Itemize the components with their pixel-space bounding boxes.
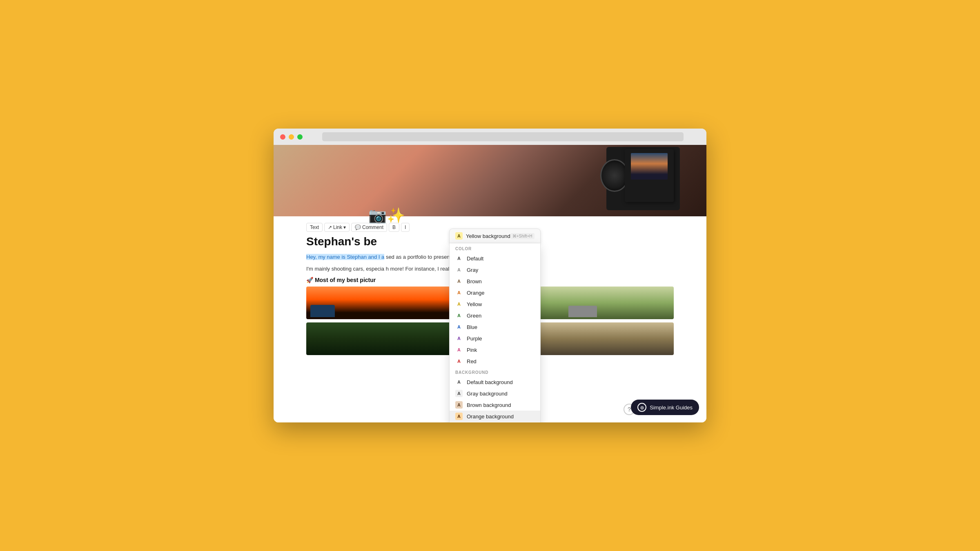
bg-letter-gray: A — [455, 390, 463, 397]
maximize-button[interactable] — [297, 134, 303, 140]
hero-banner — [274, 145, 706, 216]
highlighted-text: Hey, my name is Stephan and I a — [306, 254, 384, 260]
browser-titlebar — [274, 129, 706, 145]
color-label-gray: Gray — [467, 267, 478, 273]
dropdown-header-left: A Yellow background — [455, 232, 510, 240]
color-letter-gray: A — [455, 266, 463, 273]
browser-window: 📷✨ Text ↗ Link ▾ 💬 Comment B I Stephan's — [274, 129, 706, 422]
header-color-letter: A — [455, 232, 463, 240]
address-bar[interactable] — [322, 132, 684, 141]
color-pink[interactable]: A Pink — [450, 344, 540, 355]
dropdown-menu[interactable]: COLOR A Default A Gray A Brown A Orange — [449, 243, 541, 422]
color-purple[interactable]: A Purple — [450, 333, 540, 344]
color-picker-dropdown: A Yellow background ⌘+Shift+H COLOR A De… — [449, 229, 541, 422]
chevron-down-icon: ▾ — [343, 224, 346, 230]
color-blue[interactable]: A Blue — [450, 321, 540, 333]
color-yellow[interactable]: A Yellow — [450, 298, 540, 310]
color-orange[interactable]: A Orange — [450, 287, 540, 298]
color-letter-pink: A — [455, 346, 463, 353]
color-letter-default: A — [455, 255, 463, 262]
bg-label-brown: Brown background — [467, 402, 511, 408]
bg-gray[interactable]: A Gray background — [450, 388, 540, 399]
color-letter-orange: A — [455, 289, 463, 296]
simpleink-label: Simple.ink Guides — [650, 404, 693, 411]
camera-lens — [600, 159, 629, 192]
color-label-yellow: Yellow — [467, 301, 482, 307]
camera-screen — [631, 153, 668, 180]
italic-button[interactable]: I — [401, 223, 410, 232]
color-label-green: Green — [467, 313, 481, 319]
bg-yellow[interactable]: A Yellow background — [450, 422, 540, 422]
simpleink-icon: ◎ — [637, 403, 646, 412]
bold-button[interactable]: B — [389, 223, 399, 232]
color-green[interactable]: A Green — [450, 310, 540, 321]
color-label-purple: Purple — [467, 335, 482, 342]
color-label-blue: Blue — [467, 324, 477, 330]
dropdown-header: A Yellow background ⌘+Shift+H — [449, 229, 541, 243]
color-brown[interactable]: A Brown — [450, 276, 540, 287]
bg-default[interactable]: A Default background — [450, 376, 540, 388]
background-section-label: BACKGROUND — [450, 367, 540, 376]
bg-letter-brown: A — [455, 401, 463, 409]
link-icon: ↗ — [328, 224, 332, 230]
color-letter-red: A — [455, 358, 463, 365]
bg-letter-default: A — [455, 378, 463, 386]
bg-letter-orange: A — [455, 413, 463, 420]
bg-orange[interactable]: A Orange background — [450, 411, 540, 422]
bg-label-default: Default background — [467, 379, 513, 385]
bg-brown[interactable]: A Brown background — [450, 399, 540, 411]
color-label-brown: Brown — [467, 278, 482, 284]
color-section-label: COLOR — [450, 243, 540, 253]
color-letter-blue: A — [455, 323, 463, 331]
color-red[interactable]: A Red — [450, 355, 540, 367]
color-label-default: Default — [467, 256, 483, 262]
color-letter-green: A — [455, 312, 463, 319]
text-button[interactable]: Text — [306, 223, 323, 232]
minimize-button[interactable] — [289, 134, 294, 140]
color-letter-brown: A — [455, 278, 463, 285]
keyboard-shortcut: ⌘+Shift+H — [510, 233, 535, 239]
comment-icon: 💬 — [355, 224, 361, 230]
color-gray[interactable]: A Gray — [450, 264, 540, 276]
simpleink-badge[interactable]: ◎ Simple.ink Guides — [631, 400, 699, 415]
close-button[interactable] — [280, 134, 285, 140]
link-button[interactable]: ↗ Link ▾ — [324, 223, 350, 232]
browser-content: 📷✨ Text ↗ Link ▾ 💬 Comment B I Stephan's — [274, 145, 706, 422]
bg-label-gray: Gray background — [467, 391, 508, 397]
color-letter-purple: A — [455, 335, 463, 342]
bg-label-orange: Orange background — [467, 413, 514, 420]
color-default[interactable]: A Default — [450, 253, 540, 264]
color-label-red: Red — [467, 358, 477, 364]
color-letter-yellow: A — [455, 300, 463, 308]
camera-emoji: 📷✨ — [368, 208, 405, 223]
color-label-pink: Pink — [467, 347, 477, 353]
color-label-orange: Orange — [467, 290, 484, 296]
dropdown-title: Yellow background — [466, 233, 510, 239]
comment-button[interactable]: 💬 Comment — [351, 223, 387, 232]
